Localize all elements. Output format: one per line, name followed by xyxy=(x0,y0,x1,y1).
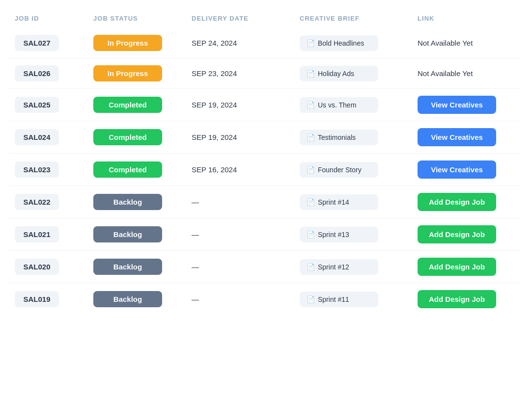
job-id-badge: SAL019 xyxy=(15,291,59,307)
delivery-date: — xyxy=(192,198,300,206)
job-id-badge: SAL027 xyxy=(15,35,59,51)
delivery-date: — xyxy=(192,295,300,303)
table-row: SAL025CompletedSEP 19, 2024📄Us vs. ThemV… xyxy=(10,89,522,121)
status-badge: Backlog xyxy=(93,194,162,210)
status-badge: Completed xyxy=(93,161,162,178)
add-design-job-button[interactable]: Add Design Job xyxy=(418,258,496,276)
delivery-date: SEP 23, 2024 xyxy=(192,69,300,78)
not-available-label: Not Available Yet xyxy=(418,39,473,47)
creative-brief-badge: 📄Bold Headlines xyxy=(300,35,378,51)
document-icon: 📄 xyxy=(307,133,315,141)
brief-label: Sprint #14 xyxy=(318,198,349,206)
header-job-id: JOB ID xyxy=(15,15,93,22)
add-design-job-button[interactable]: Add Design Job xyxy=(418,290,496,308)
job-id-badge: SAL024 xyxy=(15,129,59,145)
delivery-date: — xyxy=(192,230,300,239)
table-row: SAL026In ProgressSEP 23, 2024📄Holiday Ad… xyxy=(10,58,522,89)
add-design-job-button[interactable]: Add Design Job xyxy=(418,225,496,243)
not-available-label: Not Available Yet xyxy=(418,69,473,78)
status-badge: Backlog xyxy=(93,259,162,275)
brief-label: Bold Headlines xyxy=(318,39,364,47)
document-icon: 📄 xyxy=(307,101,315,109)
header-creative-brief: CREATIVE BRIEF xyxy=(300,15,418,22)
creative-brief-badge: 📄Holiday Ads xyxy=(300,66,378,81)
table-row: SAL027In ProgressSEP 24, 2024📄Bold Headl… xyxy=(10,28,522,58)
header-job-status: JOB STATUS xyxy=(93,15,192,22)
status-badge: Backlog xyxy=(93,226,162,242)
table-header: JOB ID JOB STATUS DELIVERY DATE CREATIVE… xyxy=(10,15,522,28)
document-icon: 📄 xyxy=(307,295,315,303)
table-row: SAL019Backlog—📄Sprint #11Add Design Job xyxy=(10,283,522,315)
job-id-badge: SAL022 xyxy=(15,194,59,210)
job-id-badge: SAL020 xyxy=(15,259,59,275)
view-creatives-button[interactable]: View Creatives xyxy=(418,96,496,114)
brief-label: Founder Story xyxy=(318,166,362,174)
job-id-badge: SAL023 xyxy=(15,161,59,178)
status-badge: Completed xyxy=(93,97,162,113)
delivery-date: — xyxy=(192,263,300,271)
document-icon: 📄 xyxy=(307,263,315,271)
job-id-badge: SAL021 xyxy=(15,226,59,242)
table-row: SAL020Backlog—📄Sprint #12Add Design Job xyxy=(10,251,522,283)
status-badge: Completed xyxy=(93,129,162,145)
status-badge: In Progress xyxy=(93,35,162,51)
creative-brief-badge: 📄Testimonials xyxy=(300,130,378,145)
delivery-date: SEP 19, 2024 xyxy=(192,101,300,109)
document-icon: 📄 xyxy=(307,39,315,47)
jobs-table: JOB ID JOB STATUS DELIVERY DATE CREATIVE… xyxy=(10,15,522,315)
creative-brief-badge: 📄Sprint #13 xyxy=(300,227,378,242)
table-row: SAL022Backlog—📄Sprint #14Add Design Job xyxy=(10,186,522,218)
delivery-date: SEP 24, 2024 xyxy=(192,39,300,47)
brief-label: Sprint #13 xyxy=(318,231,349,239)
delivery-date: SEP 16, 2024 xyxy=(192,165,300,174)
view-creatives-button[interactable]: View Creatives xyxy=(418,160,496,179)
header-link: LINK xyxy=(418,15,517,22)
table-body: SAL027In ProgressSEP 24, 2024📄Bold Headl… xyxy=(10,28,522,315)
document-icon: 📄 xyxy=(307,198,315,206)
table-row: SAL021Backlog—📄Sprint #13Add Design Job xyxy=(10,218,522,251)
header-delivery-date: DELIVERY DATE xyxy=(192,15,300,22)
document-icon: 📄 xyxy=(307,231,315,239)
table-row: SAL024CompletedSEP 19, 2024📄Testimonials… xyxy=(10,121,522,154)
job-id-badge: SAL026 xyxy=(15,65,59,81)
creative-brief-badge: 📄Sprint #11 xyxy=(300,292,378,307)
creative-brief-badge: 📄Us vs. Them xyxy=(300,97,378,113)
add-design-job-button[interactable]: Add Design Job xyxy=(418,193,496,211)
delivery-date: SEP 19, 2024 xyxy=(192,133,300,141)
creative-brief-badge: 📄Sprint #12 xyxy=(300,259,378,275)
brief-label: Holiday Ads xyxy=(318,70,354,78)
brief-label: Sprint #12 xyxy=(318,263,349,271)
status-badge: In Progress xyxy=(93,65,162,81)
view-creatives-button[interactable]: View Creatives xyxy=(418,128,496,146)
table-row: SAL023CompletedSEP 16, 2024📄Founder Stor… xyxy=(10,154,522,186)
brief-label: Sprint #11 xyxy=(318,295,349,303)
document-icon: 📄 xyxy=(307,70,315,78)
document-icon: 📄 xyxy=(307,166,315,174)
status-badge: Backlog xyxy=(93,291,162,307)
creative-brief-badge: 📄Founder Story xyxy=(300,162,378,178)
creative-brief-badge: 📄Sprint #14 xyxy=(300,194,378,210)
brief-label: Testimonials xyxy=(318,133,356,141)
job-id-badge: SAL025 xyxy=(15,97,59,113)
brief-label: Us vs. Them xyxy=(318,101,356,109)
